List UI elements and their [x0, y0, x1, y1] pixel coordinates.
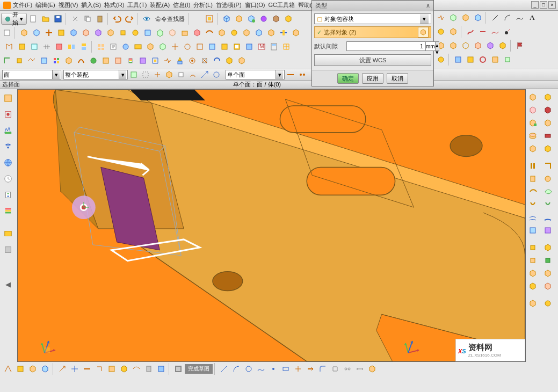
- bt-2[interactable]: [15, 363, 26, 375]
- new-file[interactable]: [27, 13, 39, 25]
- fb-8[interactable]: [211, 69, 222, 81]
- selection-section[interactable]: ✓ 选择对象 (2): [314, 26, 431, 38]
- bt-4[interactable]: [39, 363, 51, 375]
- bt-extend[interactable]: [305, 363, 316, 375]
- rt-a8[interactable]: [527, 186, 539, 198]
- rt-a9[interactable]: [527, 199, 539, 210]
- lt-part-nav[interactable]: [1, 107, 15, 121]
- tb2-18[interactable]: [216, 27, 228, 39]
- ru4-5[interactable]: [489, 54, 501, 66]
- bt-sketch[interactable]: [172, 363, 184, 375]
- tb3-6[interactable]: [66, 41, 77, 53]
- rt-b1[interactable]: [542, 91, 554, 103]
- bt-12[interactable]: [143, 363, 155, 375]
- ru1-arc[interactable]: [502, 12, 513, 24]
- rt-b8[interactable]: [542, 186, 554, 198]
- tb3-17[interactable]: [206, 41, 218, 53]
- select-cube-button[interactable]: [418, 27, 429, 38]
- tb2-21[interactable]: [253, 27, 265, 39]
- apply-button[interactable]: 应用: [362, 73, 383, 84]
- ru1-spl[interactable]: [514, 12, 526, 24]
- rt-b14[interactable]: [542, 267, 554, 279]
- tb4-2[interactable]: [13, 55, 25, 67]
- tb2-16[interactable]: [191, 27, 203, 39]
- tb2-20[interactable]: [241, 27, 252, 39]
- tb2-5[interactable]: [55, 27, 67, 39]
- filter-dd3[interactable]: 单个面 ▾: [226, 70, 285, 79]
- rt-a1[interactable]: [527, 91, 539, 103]
- ru4-3[interactable]: [465, 54, 476, 66]
- ru3-3[interactable]: [460, 40, 472, 52]
- menu-gc[interactable]: GC工具箱: [267, 1, 296, 10]
- start-button[interactable]: 开始 ▾: [1, 13, 27, 25]
- bt-dim[interactable]: [354, 363, 366, 375]
- tb3-12[interactable]: [144, 41, 156, 53]
- rt-a12[interactable]: [527, 242, 539, 253]
- tb2-2[interactable]: [18, 27, 30, 39]
- tb2-23[interactable]: [278, 27, 289, 39]
- bt-rect[interactable]: [280, 363, 292, 375]
- ru2-5[interactable]: [489, 26, 501, 38]
- bt-arc[interactable]: [230, 363, 242, 375]
- bt-6[interactable]: [69, 363, 81, 375]
- tb4-13[interactable]: [149, 55, 161, 67]
- tb2-3[interactable]: [31, 27, 42, 39]
- menu-analysis[interactable]: 分析(L): [192, 1, 213, 10]
- filter-dd1[interactable]: 面 ▾: [2, 70, 61, 79]
- tb2-22[interactable]: [265, 27, 277, 39]
- menu-info[interactable]: 信息(I): [172, 1, 191, 10]
- menu-file[interactable]: 文件(F): [12, 1, 33, 10]
- tb3-20[interactable]: [243, 41, 255, 53]
- tb4-5[interactable]: [50, 55, 62, 67]
- tb2-6[interactable]: [68, 27, 79, 39]
- ru4-6[interactable]: [502, 54, 513, 66]
- wcs-cube2[interactable]: [233, 13, 245, 25]
- bt-1[interactable]: [2, 363, 14, 375]
- bt-8[interactable]: [93, 363, 105, 375]
- open-file[interactable]: [40, 13, 52, 25]
- tb4-9[interactable]: [100, 55, 112, 67]
- tb3-3[interactable]: [28, 41, 40, 53]
- lt-hd3d[interactable]: [1, 140, 15, 154]
- tb4-6[interactable]: [63, 55, 75, 67]
- rt-b15[interactable]: [542, 280, 554, 292]
- rt-a4[interactable]: [527, 130, 539, 142]
- tb3-9[interactable]: [107, 41, 119, 53]
- bt-fil[interactable]: [317, 363, 329, 375]
- ru1-1[interactable]: [435, 12, 447, 24]
- bt-circle[interactable]: [243, 363, 255, 375]
- tb2-13[interactable]: [154, 27, 166, 39]
- wcs-cube[interactable]: [221, 13, 233, 25]
- ru3-6[interactable]: [497, 40, 509, 52]
- model-cube[interactable]: [270, 13, 282, 25]
- lt-browser[interactable]: [1, 156, 15, 170]
- set-wcs-button[interactable]: 设置 WCS: [314, 54, 431, 66]
- tb4-8[interactable]: [88, 55, 99, 67]
- rt-b16[interactable]: [542, 297, 554, 309]
- rt-a13[interactable]: [527, 255, 539, 266]
- fb-5[interactable]: [175, 69, 187, 81]
- rt-a14[interactable]: [527, 267, 539, 279]
- viewport[interactable]: XS 资料网 ZL.XS1616.COM: [17, 89, 526, 362]
- rt-b11[interactable]: [542, 224, 554, 236]
- tb4-20[interactable]: [236, 55, 248, 67]
- tb2-24[interactable]: [290, 27, 302, 39]
- ru1-4[interactable]: [472, 12, 484, 24]
- rt-b4[interactable]: [542, 130, 554, 142]
- lt-roles[interactable]: [1, 204, 15, 218]
- bt-10[interactable]: [118, 363, 130, 375]
- tb4-11[interactable]: [125, 55, 136, 67]
- tb3-5[interactable]: [53, 41, 65, 53]
- menu-prefs[interactable]: 首选项(P): [215, 1, 243, 10]
- tb3-18[interactable]: [219, 41, 230, 53]
- lt-navigator[interactable]: [1, 91, 15, 105]
- fb-6[interactable]: [187, 69, 199, 81]
- bt-13[interactable]: [155, 363, 167, 375]
- ok-button[interactable]: 确定: [337, 73, 359, 84]
- dialog-title-bar[interactable]: 类型 ∧: [312, 1, 433, 11]
- tb4-1[interactable]: [1, 55, 13, 67]
- tb4-16[interactable]: [186, 55, 198, 67]
- bt-9[interactable]: [106, 363, 118, 375]
- window-maximize[interactable]: □: [540, 1, 547, 9]
- wcs-cube3[interactable]: [245, 13, 257, 25]
